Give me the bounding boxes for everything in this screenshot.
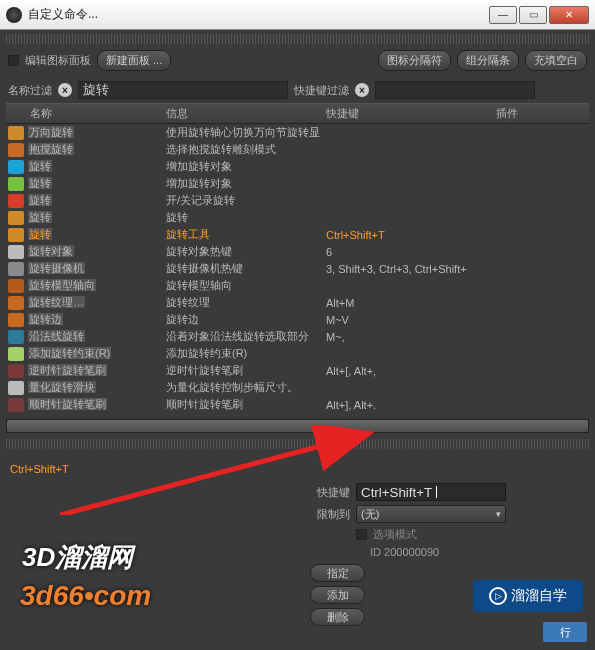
minimize-button[interactable]: — xyxy=(489,6,517,24)
gripper-icon[interactable] xyxy=(6,439,589,449)
row-info: 旋转摄像机热键 xyxy=(166,261,326,276)
fill-blank-button[interactable]: 充填空白 xyxy=(525,50,587,71)
row-shortcut: 6 xyxy=(326,246,496,258)
row-info: 旋转工具 xyxy=(166,227,326,242)
gripper-icon[interactable] xyxy=(6,34,589,44)
row-name: 旋转 xyxy=(28,159,166,174)
row-info: 顺时针旋转笔刷 xyxy=(166,397,326,412)
row-shortcut: Alt+[, Alt+, xyxy=(326,365,496,377)
row-name: 旋转纹理… xyxy=(28,295,166,310)
col-info[interactable]: 信息 xyxy=(166,106,326,121)
command-id: ID 200000090 xyxy=(370,546,585,558)
row-icon xyxy=(8,228,24,242)
table-row[interactable]: 旋转增加旋转对象 xyxy=(6,175,589,192)
row-icon xyxy=(8,347,24,361)
row-name: 旋转边 xyxy=(28,312,166,327)
table-row[interactable]: 逆时针旋转笔刷逆时针旋转笔刷Alt+[, Alt+, xyxy=(6,362,589,379)
row-info: 为量化旋转控制步幅尺寸。 xyxy=(166,380,326,395)
titlebar: 自定义命令... — ▭ ✕ xyxy=(0,0,595,30)
row-name: 旋转模型轴向 xyxy=(28,278,166,293)
table-row[interactable]: 沿法线旋转沿着对象沿法线旋转选取部分M~, xyxy=(6,328,589,345)
table-row[interactable]: 抱搅旋转选择抱搅旋转雕刻模式 xyxy=(6,141,589,158)
name-filter-clear-icon[interactable]: × xyxy=(58,83,72,97)
col-name[interactable]: 名称 xyxy=(6,106,166,121)
table-row[interactable]: 万向旋转使用旋转轴心切换万向节旋转显 xyxy=(6,124,589,141)
row-name: 顺时针旋转笔刷 xyxy=(28,397,166,412)
shortcut-filter-clear-icon[interactable]: × xyxy=(355,83,369,97)
add-button[interactable]: 添加 xyxy=(310,586,365,604)
row-shortcut: M~V xyxy=(326,314,496,326)
col-plugin[interactable]: 插件 xyxy=(496,106,589,121)
row-icon xyxy=(8,398,24,412)
table-row[interactable]: 顺时针旋转笔刷顺时针旋转笔刷Alt+], Alt+. xyxy=(6,396,589,413)
row-info: 选择抱搅旋转雕刻模式 xyxy=(166,142,326,157)
table-row[interactable]: 旋转摄像机旋转摄像机热键3, Shift+3, Ctrl+3, Ctrl+Shi… xyxy=(6,260,589,277)
row-icon xyxy=(8,126,24,140)
row-info: 开/关记录旋转 xyxy=(166,193,326,208)
shortcut-filter-input[interactable] xyxy=(375,81,535,99)
row-name: 沿法线旋转 xyxy=(28,329,166,344)
table-row[interactable]: 旋转开/关记录旋转 xyxy=(6,192,589,209)
group-separator-button[interactable]: 组分隔条 xyxy=(457,50,519,71)
table-row[interactable]: 添加旋转约束(R)添加旋转约束(R) xyxy=(6,345,589,362)
row-icon xyxy=(8,143,24,157)
row-info: 逆时针旋转笔刷 xyxy=(166,363,326,378)
maximize-button[interactable]: ▭ xyxy=(519,6,547,24)
row-info: 增加旋转对象 xyxy=(166,176,326,191)
row-icon xyxy=(8,160,24,174)
command-list[interactable]: 万向旋转使用旋转轴心切换万向节旋转显抱搅旋转选择抱搅旋转雕刻模式旋转增加旋转对象… xyxy=(6,124,589,413)
row-info: 旋转 xyxy=(166,210,326,225)
run-button[interactable]: 行 xyxy=(543,622,587,642)
row-name: 添加旋转约束(R) xyxy=(28,346,166,361)
table-header: 名称 信息 快捷键 插件 xyxy=(6,103,589,124)
row-icon xyxy=(8,245,24,259)
row-icon xyxy=(8,262,24,276)
table-row[interactable]: 旋转旋转 xyxy=(6,209,589,226)
row-name: 旋转 xyxy=(28,210,166,225)
shortcut-filter-label: 快捷键过滤 xyxy=(294,83,349,98)
row-name: 旋转摄像机 xyxy=(28,261,166,276)
edit-icon-panel-checkbox[interactable] xyxy=(8,55,19,66)
table-row[interactable]: 旋转对象旋转对象热键6 xyxy=(6,243,589,260)
window-title: 自定义命令... xyxy=(28,6,489,23)
table-row[interactable]: 旋转边旋转边M~V xyxy=(6,311,589,328)
row-shortcut: Ctrl+Shift+T xyxy=(326,229,496,241)
table-row[interactable]: 旋转增加旋转对象 xyxy=(6,158,589,175)
new-panel-button[interactable]: 新建面板 ... xyxy=(97,50,171,71)
table-row[interactable]: 旋转纹理…旋转纹理Alt+M xyxy=(6,294,589,311)
assign-button[interactable]: 指定 xyxy=(310,564,365,582)
delete-button[interactable]: 删除 xyxy=(310,608,365,626)
restrict-select[interactable]: (无) xyxy=(356,505,506,523)
col-shortcut[interactable]: 快捷键 xyxy=(326,106,496,121)
row-name: 旋转 xyxy=(28,193,166,208)
row-icon xyxy=(8,296,24,310)
h-scrollbar[interactable] xyxy=(6,419,589,433)
name-filter-input[interactable] xyxy=(78,81,288,99)
name-filter-label: 名称过滤 xyxy=(8,83,52,98)
row-info: 添加旋转约束(R) xyxy=(166,346,326,361)
shortcut-input[interactable] xyxy=(356,483,506,501)
row-icon xyxy=(8,330,24,344)
row-shortcut: Alt+M xyxy=(326,297,496,309)
row-info: 旋转纹理 xyxy=(166,295,326,310)
row-name: 量化旋转滑块 xyxy=(28,380,166,395)
table-row[interactable]: 旋转旋转工具Ctrl+Shift+T xyxy=(6,226,589,243)
row-name: 旋转对象 xyxy=(28,244,166,259)
row-icon xyxy=(8,313,24,327)
shortcut-label: 快捷键 xyxy=(300,485,350,500)
row-icon xyxy=(8,381,24,395)
row-icon xyxy=(8,177,24,191)
row-name: 万向旋转 xyxy=(28,125,166,140)
row-name: 旋转 xyxy=(28,176,166,191)
row-info: 沿着对象沿法线旋转选取部分 xyxy=(166,329,326,344)
row-icon xyxy=(8,279,24,293)
option-mode-checkbox[interactable] xyxy=(356,529,367,540)
row-info: 旋转边 xyxy=(166,312,326,327)
close-button[interactable]: ✕ xyxy=(549,6,589,24)
app-icon xyxy=(6,7,22,23)
table-row[interactable]: 旋转模型轴向旋转模型轴向 xyxy=(6,277,589,294)
option-mode-label: 选项模式 xyxy=(373,527,417,542)
table-row[interactable]: 量化旋转滑块为量化旋转控制步幅尺寸。 xyxy=(6,379,589,396)
icon-separator-button[interactable]: 图标分隔符 xyxy=(378,50,451,71)
row-name: 逆时针旋转笔刷 xyxy=(28,363,166,378)
